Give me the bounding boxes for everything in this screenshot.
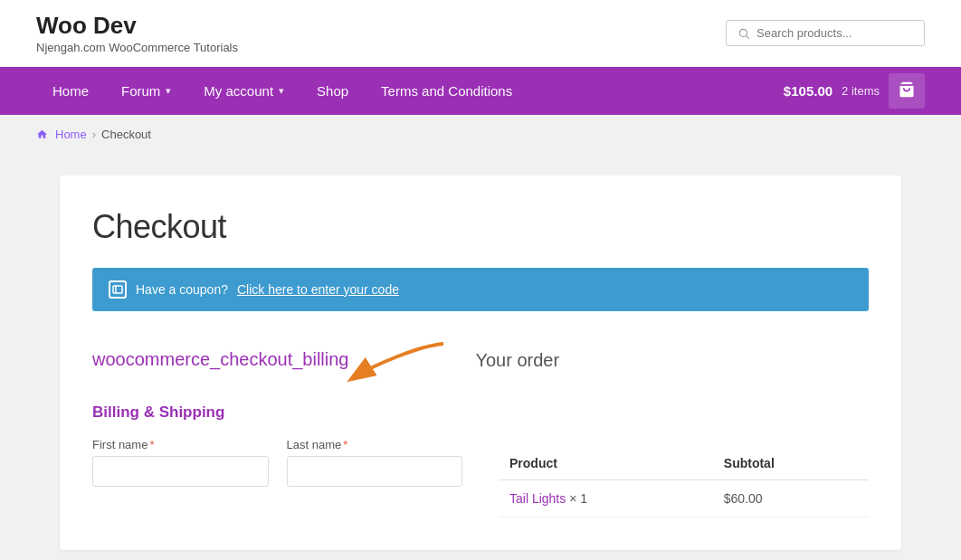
form-group-firstname: First name* — [92, 438, 269, 487]
coupon-text: Have a coupon? — [136, 282, 228, 297]
svg-line-1 — [747, 35, 749, 38]
chevron-down-icon: ▾ — [166, 85, 171, 97]
last-name-label: Last name* — [287, 438, 463, 451]
first-name-input[interactable] — [92, 456, 269, 487]
cart-price: $105.00 — [784, 83, 833, 99]
nav-item-terms[interactable]: Terms and Conditions — [365, 67, 528, 115]
svg-rect-3 — [113, 286, 122, 293]
site-tagline: Njengah.com WooCommerce Tutorials — [36, 41, 238, 54]
coupon-link[interactable]: Click here to enter your code — [237, 282, 399, 297]
section-headings-row: woocommerce_checkout_billing Your order — [92, 337, 869, 385]
billing-col: Billing & Shipping First name* Last name… — [92, 400, 462, 517]
breadcrumb: Home › Checkout — [0, 115, 961, 154]
form-group-lastname: Last name* — [287, 438, 463, 487]
nav-item-home[interactable]: Home — [36, 67, 105, 115]
last-name-input[interactable] — [287, 456, 463, 487]
first-name-label: First name* — [92, 438, 269, 451]
nav-items: Home Forum ▾ My account ▾ Shop Terms and… — [36, 67, 528, 115]
checkout-columns: Billing & Shipping First name* Last name… — [92, 400, 869, 517]
nav-item-shop[interactable]: Shop — [300, 67, 365, 115]
your-order-label: Your order — [475, 350, 559, 371]
checkout-title: Checkout — [92, 208, 869, 246]
main-content: Checkout Have a coupon? Click here to en… — [42, 176, 919, 550]
woo-class-label: woocommerce_checkout_billing — [92, 349, 348, 370]
nav-item-forum[interactable]: Forum ▾ — [105, 67, 187, 115]
breadcrumb-separator: › — [92, 128, 96, 141]
product-header: Product — [499, 447, 713, 480]
billing-shipping-title: Billing & Shipping — [92, 403, 462, 422]
search-icon — [737, 27, 750, 40]
arrow-icon — [348, 337, 448, 385]
chevron-down-icon: ▾ — [279, 85, 284, 97]
site-branding: Woo Dev Njengah.com WooCommerce Tutorial… — [36, 13, 238, 54]
checkout-box: Checkout Have a coupon? Click here to en… — [60, 176, 901, 550]
product-link[interactable]: Tail Lights — [509, 491, 569, 506]
breadcrumb-current: Checkout — [101, 128, 151, 141]
search-form[interactable] — [726, 20, 925, 46]
order-col: Product Subtotal Tail Lights × 1 — [499, 400, 869, 517]
cart-icon-wrap[interactable] — [889, 73, 925, 109]
cart-icon — [898, 81, 916, 99]
cart-count: 2 items — [842, 84, 880, 98]
table-row: Tail Lights × 1 $60.00 — [499, 479, 869, 517]
form-row-name: First name* Last name* — [92, 438, 462, 487]
subtotal-header: Subtotal — [713, 447, 869, 480]
product-qty: × 1 — [569, 491, 587, 506]
order-table: Product Subtotal Tail Lights × 1 — [499, 447, 869, 517]
required-marker: * — [149, 438, 154, 451]
search-input[interactable] — [756, 26, 913, 40]
required-marker-2: * — [343, 438, 347, 451]
nav-item-myaccount[interactable]: My account ▾ — [187, 67, 300, 115]
site-nav: Home Forum ▾ My account ▾ Shop Terms and… — [0, 67, 961, 115]
site-header: Woo Dev Njengah.com WooCommerce Tutorial… — [0, 0, 961, 67]
nav-cart: $105.00 2 items — [784, 73, 925, 109]
subtotal-cell: $60.00 — [713, 479, 869, 517]
home-icon — [36, 128, 48, 140]
coupon-icon — [109, 280, 127, 299]
svg-point-0 — [739, 29, 747, 36]
site-title: Woo Dev — [36, 13, 238, 39]
product-cell: Tail Lights × 1 — [499, 479, 713, 517]
coupon-bar: Have a coupon? Click here to enter your … — [92, 268, 869, 311]
breadcrumb-home-link[interactable]: Home — [55, 128, 87, 141]
